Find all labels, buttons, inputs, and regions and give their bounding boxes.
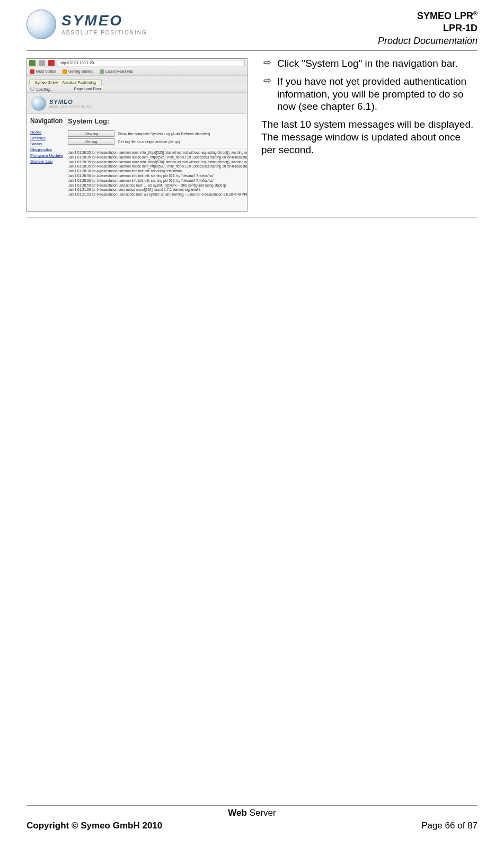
log-line: Jan 1 01:20:35 lpr-b-basestation daemon.…	[68, 164, 247, 169]
nav-title: Navigation	[30, 117, 63, 125]
header-line2: LPR-1D	[378, 22, 478, 34]
logo-name: SYMEO	[61, 13, 147, 28]
browser-tab[interactable]: Symeo GmbH – Absolute Positioning	[29, 80, 102, 85]
url-bar[interactable]: http://10.01.100.1.20	[58, 60, 245, 66]
log-line: Jan 1 01:20:35 lpr-b-basestation daemon.…	[68, 155, 247, 160]
stop-icon[interactable]	[48, 60, 55, 66]
nav-link-diagnostics[interactable]: Diagnostics	[30, 147, 63, 152]
status-bar: Loading... Page Load Error	[27, 85, 247, 93]
get-log-button[interactable]: Get log	[68, 138, 114, 145]
bookmark-label: Getting Started	[68, 69, 93, 73]
header-line1: SYMEO LPR	[417, 11, 473, 21]
page-header: SYMEO ABSOLUTE POSITIONING SYMEO LPR® LP…	[26, 10, 478, 51]
square-icon	[30, 69, 34, 74]
instructions-cell: ⇨ Click "System Log" in the navigation b…	[252, 55, 478, 156]
arrow-bullet-icon: ⇨	[261, 57, 277, 70]
nav-link-home[interactable]: Home	[30, 130, 63, 135]
tab-bar: Symeo GmbH – Absolute Positioning	[27, 76, 247, 85]
bookmark-latest-headlines[interactable]: Latest Headlines	[100, 69, 133, 74]
nav-link-firmware-update[interactable]: Firmware Update	[30, 153, 63, 158]
log-line: Jan 1 01:20:35 lpr-b-basestation daemon.…	[68, 151, 247, 155]
browser-screenshot: http://10.01.100.1.20 Most Visited Getti…	[26, 58, 247, 212]
square-icon	[100, 69, 104, 74]
instruction-2: ⇨ If you have not yet provided authentic…	[261, 75, 478, 113]
forward-icon[interactable]	[39, 60, 45, 66]
screenshot-cell: http://10.01.100.1.20 Most Visited Getti…	[26, 55, 252, 212]
copyright: Copyright © Symeo GmbH 2010	[26, 820, 162, 831]
instruction-paragraph: The last 10 system messages will be disp…	[261, 118, 478, 156]
content-row: http://10.01.100.1.20 Most Visited Getti…	[26, 55, 478, 218]
log-line: Jan 1 01:21:00 lpr-b-basestation cron.no…	[68, 188, 247, 192]
instruction-1: ⇨ Click "System Log" in the navigation b…	[261, 57, 478, 70]
view-log-desc: Show the complete System Log (Auto Refre…	[118, 132, 210, 136]
main-panel: System Log: View log Show the complete S…	[66, 114, 247, 212]
header-right: SYMEO LPR® LPR-1D Product Documentation	[378, 10, 478, 47]
main-title: System Log:	[68, 117, 247, 125]
page-load-error: Page Load Error	[74, 87, 101, 91]
page-footer: Web Server Copyright © Symeo GmbH 2010 P…	[26, 805, 478, 831]
back-icon[interactable]	[29, 60, 36, 66]
page-logo-header: SYMEO ABSOLUTE POSITIONING	[27, 93, 247, 114]
loading-label: Loading...	[37, 87, 53, 91]
mini-logo-tag: ABSOLUTE POSITIONING	[49, 105, 92, 108]
bookmarks-toolbar: Most Visited Getting Started Latest Head…	[27, 67, 247, 76]
bookmark-most-visited[interactable]: Most Visited	[30, 69, 56, 74]
bookmark-label: Most Visited	[36, 69, 56, 73]
logo-globe-icon	[26, 10, 56, 39]
logo-block: SYMEO ABSOLUTE POSITIONING	[26, 10, 147, 39]
mini-globe-icon	[31, 96, 46, 111]
log-line: Jan 1 01:20:35 lpr-b-basestation daemon.…	[68, 160, 247, 165]
instruction-2-text: If you have not yet provided authenticat…	[277, 75, 478, 113]
nav-link-system-log[interactable]: System Log	[30, 159, 63, 164]
page-number: Page 66 of 87	[421, 820, 478, 831]
square-icon	[63, 69, 67, 74]
log-line: Jan 1 01:20:59 lpr-b-basestation user.no…	[68, 183, 247, 188]
logo-text: SYMEO ABSOLUTE POSITIONING	[61, 13, 147, 36]
log-line: Jan 1 01:20:36 lpr-b-basestation daemon.…	[68, 169, 247, 174]
page-body: Navigation Home Settings Status Diagnost…	[27, 114, 247, 212]
instruction-1-text: Click "System Log" in the navigation bar…	[277, 57, 478, 70]
spinner-icon	[30, 86, 34, 91]
log-line: Jan 1 01:20:36 lpr-b-basestation daemon.…	[68, 179, 247, 183]
header-line3: Product Documentation	[378, 35, 478, 47]
log-line: Jan 1 01:21:03 lpr-b-basestation user.no…	[68, 192, 247, 197]
nav-link-settings[interactable]: Settings	[30, 136, 63, 140]
log-line: Jan 1 01:20:36 lpr-b-basestation daemon.…	[68, 174, 247, 179]
bookmark-label: Latest Headlines	[105, 69, 133, 73]
log-output: Jan 1 01:20:35 lpr-b-basestation daemon.…	[68, 148, 247, 197]
footer-title-rest: Server	[247, 808, 276, 818]
loading-indicator: Loading...	[30, 86, 53, 91]
get-log-desc: Get log file as a single archive (tar.gz…	[118, 140, 180, 144]
mini-logo-name: SYMEO	[49, 99, 92, 105]
footer-title-bold: Web	[228, 808, 247, 818]
arrow-bullet-icon: ⇨	[261, 75, 277, 113]
browser-toolbar: http://10.01.100.1.20	[27, 59, 247, 67]
header-line1-sup: ®	[473, 10, 478, 16]
nav-link-status[interactable]: Status	[30, 142, 63, 146]
footer-rule	[26, 805, 478, 806]
footer-row: Copyright © Symeo GmbH 2010 Page 66 of 8…	[26, 820, 478, 831]
bookmark-getting-started[interactable]: Getting Started	[63, 69, 93, 74]
footer-section-title: Web Server	[26, 808, 478, 818]
logo-tagline: ABSOLUTE POSITIONING	[61, 30, 147, 36]
nav-sidebar: Navigation Home Settings Status Diagnost…	[27, 114, 66, 212]
view-log-button[interactable]: View log	[68, 130, 114, 137]
